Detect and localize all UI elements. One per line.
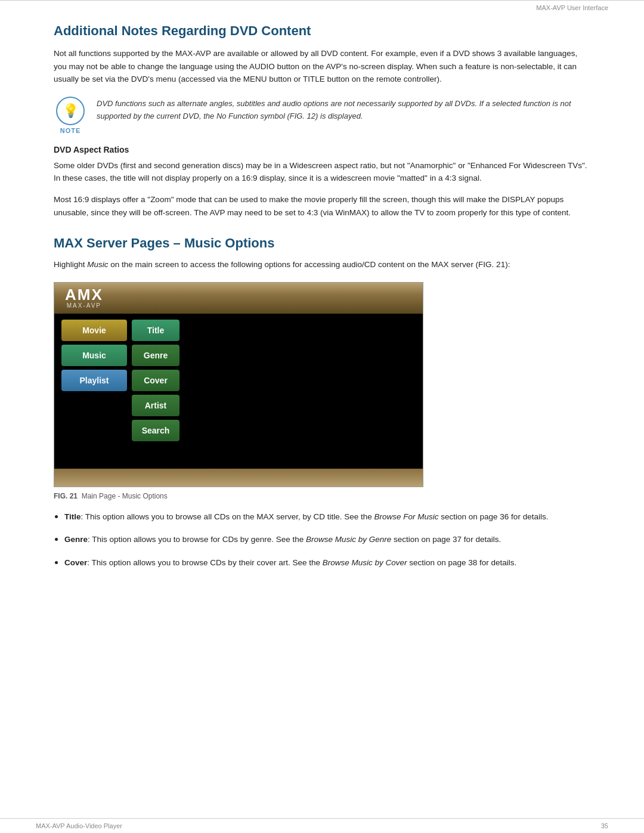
title-button[interactable]: Title xyxy=(132,320,179,341)
page-footer: MAX-AVP Audio-Video Player 35 xyxy=(0,818,644,833)
ui-main: Movie Music Playlist Title Genre Cover A… xyxy=(54,314,423,469)
bullet-list: Title: This option allows you to browse … xyxy=(64,509,590,569)
list-item: Genre: This option allows you to browse … xyxy=(64,531,590,546)
ui-right-col: Title Genre Cover Artist Search xyxy=(132,318,179,441)
bullet-bold-1: Title xyxy=(64,512,81,521)
subsection-heading: DVD Aspect Ratios xyxy=(54,145,590,154)
genre-button[interactable]: Genre xyxy=(132,345,179,366)
list-item: Cover: This option allows you to browse … xyxy=(64,555,590,569)
music-button[interactable]: Music xyxy=(61,345,127,366)
fig-label: FIG. 21 xyxy=(54,492,78,500)
fig-caption: FIG. 21 Main Page - Music Options xyxy=(54,492,590,500)
amx-logo: AMX MAX-AVP xyxy=(65,287,103,309)
footer-right: 35 xyxy=(601,822,608,829)
ui-screenshot: AMX MAX-AVP Movie Music Playlist Title xyxy=(54,282,423,487)
ui-left-col: Movie Music Playlist xyxy=(61,318,127,391)
note-box: 💡 NOTE DVD functions such as alternate a… xyxy=(54,97,590,134)
footer-left: MAX-AVP Audio-Video Player xyxy=(36,822,122,829)
list-item: Title: This option allows you to browse … xyxy=(64,509,590,524)
note-icon: 💡 xyxy=(56,97,85,125)
section2-intro: Highlight Music on the main screen to ac… xyxy=(54,258,590,271)
bullet-bold-3: Cover xyxy=(64,558,87,567)
ui-top-bar: AMX MAX-AVP xyxy=(54,283,423,314)
section1-body1: Not all functions supported by the MAX-A… xyxy=(54,47,590,86)
movie-button[interactable]: Movie xyxy=(61,320,127,341)
cover-button[interactable]: Cover xyxy=(132,370,179,391)
main-content: Additional Notes Regarding DVD Content N… xyxy=(0,13,644,818)
note-text: DVD functions such as alternate angles, … xyxy=(97,97,590,123)
section1-body3: Most 16:9 displays offer a "Zoom" mode t… xyxy=(54,193,590,219)
header-title: MAX-AVP User Interface xyxy=(536,4,608,11)
search-button[interactable]: Search xyxy=(132,420,179,441)
amx-logo-sub: MAX-AVP xyxy=(67,302,101,309)
ui-bottom-bar xyxy=(54,469,423,487)
artist-button[interactable]: Artist xyxy=(132,395,179,416)
playlist-button[interactable]: Playlist xyxy=(61,370,127,391)
bullet-bold-2: Genre xyxy=(64,535,88,544)
section1-heading: Additional Notes Regarding DVD Content xyxy=(54,23,590,39)
page-container: MAX-AVP User Interface Additional Notes … xyxy=(0,0,644,833)
note-icon-wrap: 💡 NOTE xyxy=(54,97,87,134)
ui-top-row: Title xyxy=(132,320,179,341)
page-header: MAX-AVP User Interface xyxy=(0,1,644,13)
note-label: NOTE xyxy=(60,127,81,134)
fig-caption-text: Main Page - Music Options xyxy=(82,492,168,500)
section1-body2: Some older DVDs (first and second genera… xyxy=(54,159,590,185)
amx-logo-text: AMX xyxy=(65,287,103,302)
section2-heading: MAX Server Pages – Music Options xyxy=(54,236,590,251)
